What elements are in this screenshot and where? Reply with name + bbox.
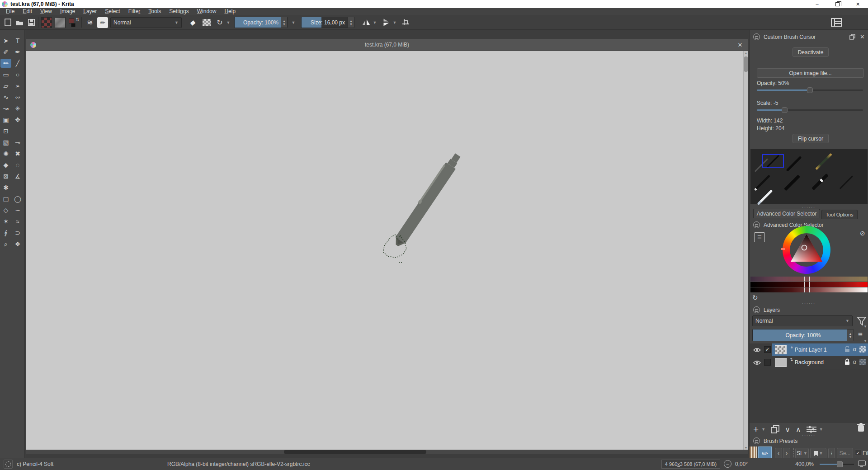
gradient-chooser[interactable] xyxy=(41,15,52,30)
saturation-strip[interactable] xyxy=(750,282,868,287)
eraser-mode-button[interactable]: ◆ xyxy=(187,15,199,30)
scroll-up-arrow[interactable]: ▲ xyxy=(744,52,748,55)
brush-cursor-thumbnail[interactable] xyxy=(786,156,802,172)
tool-bezier-select[interactable]: ∮ xyxy=(0,228,11,237)
menu-item[interactable]: Filter xyxy=(124,8,145,15)
restore-button[interactable] xyxy=(827,0,848,8)
brush-cursor-image-grid[interactable] xyxy=(750,149,868,204)
layers-menu-dropdown[interactable]: ▼ xyxy=(863,339,867,343)
filter-checkbox[interactable]: ✓ xyxy=(855,450,861,456)
layer-thumbnail[interactable] xyxy=(775,358,787,367)
menu-item[interactable]: Tools xyxy=(144,8,165,15)
canvas-vertical-scrollbar[interactable]: ▲ ▼ xyxy=(743,51,748,450)
docker-resize-handle[interactable]: ······ xyxy=(795,301,822,306)
tool-rectangle[interactable]: ▭ xyxy=(0,70,11,79)
move-layer-down-button[interactable]: ∨ xyxy=(785,425,790,434)
vertical-scroll-thumb[interactable] xyxy=(744,56,748,72)
tool-edit-shapes[interactable]: ✐ xyxy=(0,47,11,56)
close-button[interactable]: ✕ xyxy=(848,0,868,8)
workspace-chooser-button[interactable] xyxy=(830,15,843,30)
opacity-slider[interactable]: Opacity: 100% ▲▼ xyxy=(234,17,288,28)
layer-visibility-icon[interactable] xyxy=(753,360,761,365)
reload-dropdown-arrow[interactable]: ▼ xyxy=(225,15,231,30)
tab-advanced-color-selector[interactable]: Advanced Color Selector xyxy=(753,209,820,218)
layer-name[interactable]: Paint Layer 1 xyxy=(795,347,827,353)
tool-freehand-select[interactable]: ∽ xyxy=(12,206,23,215)
docker-lock-icon[interactable] xyxy=(753,221,760,228)
canvas-horizontal-scrollbar[interactable] xyxy=(26,450,748,454)
cursor-scale-slider[interactable] xyxy=(757,107,863,113)
bookmark-presets-button[interactable]: ▼ xyxy=(810,448,826,458)
new-document-button[interactable] xyxy=(3,15,13,30)
tool-similar-select[interactable]: ≈ xyxy=(12,217,23,226)
tool-smart-patch[interactable]: ✖ xyxy=(12,149,23,158)
move-layer-up-button[interactable]: ∧ xyxy=(796,425,801,434)
open-image-file-button[interactable]: Open image file... xyxy=(757,68,864,78)
tool-magnetic-select[interactable]: ⊃ xyxy=(12,228,23,237)
layer-checkbox[interactable] xyxy=(764,359,771,366)
close-docker-icon[interactable]: ✕ xyxy=(860,33,865,40)
inherit-alpha-icon[interactable] xyxy=(859,359,866,365)
opacity-spinner[interactable]: ▲▼ xyxy=(281,17,287,28)
hue-strip[interactable] xyxy=(750,277,868,282)
gamut-mask-off-icon[interactable]: ⊘ xyxy=(860,230,865,237)
tool-ellipse-select[interactable]: ◯ xyxy=(12,194,23,203)
wrap-around-mode-button[interactable] xyxy=(401,15,411,30)
hsv-triangle[interactable] xyxy=(789,233,824,267)
tool-bezier-curve[interactable]: ∿ xyxy=(0,93,11,102)
slider-handle[interactable] xyxy=(807,87,813,93)
zoom-slider[interactable] xyxy=(820,464,854,465)
tool-measure[interactable]: ∡ xyxy=(12,172,23,181)
tag-filter-combo[interactable]: Sl▼ xyxy=(795,448,809,458)
tool-polygon-select[interactable]: ◇ xyxy=(0,206,11,215)
brush-cursor-thumbnail[interactable] xyxy=(754,174,770,191)
menu-item[interactable]: Layer xyxy=(79,8,101,15)
save-button[interactable] xyxy=(26,15,36,30)
fg-bg-color-widget[interactable]: ⇅ xyxy=(68,15,80,30)
layer-thumbnail[interactable] xyxy=(775,345,787,354)
tool-ellipse[interactable]: ○ xyxy=(12,70,23,79)
add-layer-button[interactable]: + xyxy=(753,424,759,435)
layer-row-paint-layer-1[interactable]: ✓ ↴ Paint Layer 1 α xyxy=(750,343,868,356)
size-slider[interactable]: Size: 16,00 px ▲▼ xyxy=(301,17,354,28)
layer-row-background[interactable]: ↴ Background α xyxy=(750,356,868,369)
brush-cursor-thumbnail-selected[interactable] xyxy=(762,154,784,168)
brush-preset-chooser[interactable]: ✏ xyxy=(97,15,108,30)
tool-gradient[interactable]: ▧ xyxy=(0,138,11,147)
preserve-alpha-button[interactable] xyxy=(201,15,212,30)
size-spinner[interactable]: ▲▼ xyxy=(348,17,354,28)
tool-freehand-path[interactable]: ∾ xyxy=(12,93,23,102)
preset-history-thumbnail[interactable] xyxy=(750,446,757,458)
mirror-vertical-button[interactable] xyxy=(381,15,392,30)
menu-item[interactable]: Help xyxy=(220,8,240,15)
search-presets-field[interactable]: Se... xyxy=(837,448,853,458)
inherit-alpha-icon[interactable] xyxy=(859,346,866,352)
menu-item[interactable]: File xyxy=(2,8,19,15)
tool-crop[interactable]: ⊡ xyxy=(0,127,11,136)
next-preset-button[interactable]: › xyxy=(783,448,790,458)
reload-preset-button[interactable]: ↻ xyxy=(214,15,225,30)
tool-transform[interactable]: ▣ xyxy=(0,115,11,124)
tool-pan[interactable]: ❖ xyxy=(12,240,23,249)
brush-cursor-thumbnail[interactable] xyxy=(815,153,832,170)
tab-tool-options[interactable]: Tool Options xyxy=(821,210,858,219)
tool-colorize-mask[interactable]: ✺ xyxy=(0,149,11,158)
deactivate-button[interactable]: Deactivate xyxy=(793,47,829,57)
brush-cursor-thumbnail[interactable] xyxy=(757,189,773,205)
subwindow-titlebar[interactable]: test.kra (67,0 MiB) ✕ xyxy=(26,39,748,51)
tool-dynamic-brush[interactable]: ↝ xyxy=(0,104,11,113)
tool-enclose-fill[interactable]: ◌ xyxy=(12,160,23,169)
layer-blend-mode-combo[interactable]: Normal ▼ xyxy=(752,315,853,326)
tool-zoom[interactable]: ⌕ xyxy=(0,240,11,249)
tool-reference-images[interactable]: ✱ xyxy=(0,183,11,192)
minimize-button[interactable]: – xyxy=(807,0,827,8)
slider-handle[interactable] xyxy=(782,107,788,113)
brush-presets-header[interactable]: Brush Presets xyxy=(753,437,865,444)
tool-calligraphy[interactable]: ✒ xyxy=(12,47,23,56)
tool-multibrush[interactable]: ✳ xyxy=(12,104,23,113)
tool-assistants[interactable]: ⊠ xyxy=(0,172,11,181)
layer-checkbox[interactable]: ✓ xyxy=(764,346,771,353)
tool-select-shapes[interactable]: ➤ xyxy=(0,36,11,45)
color-selector-settings-button[interactable]: ☰ xyxy=(754,232,765,242)
add-layer-dropdown[interactable]: ▼ xyxy=(761,427,765,432)
